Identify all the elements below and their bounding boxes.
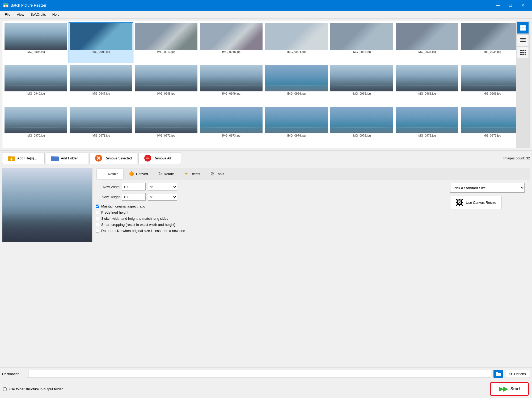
image-thumbnail <box>461 65 523 91</box>
standard-size-select[interactable]: Pick a Standard Size 640x480 800x600 102… <box>450 183 525 193</box>
gear-icon: ⚙ <box>509 372 512 376</box>
image-item[interactable]: IMG_0976.jpg <box>395 106 459 147</box>
image-thumbnail <box>200 65 263 91</box>
add-folder-button[interactable]: Add Folder... <box>46 152 88 164</box>
image-thumbnail <box>135 107 197 133</box>
list-icon[interactable] <box>517 34 529 46</box>
options-button[interactable]: ⚙ Options <box>505 370 530 378</box>
svg-rect-31 <box>496 372 498 373</box>
svg-rect-9 <box>520 41 526 42</box>
no-upscale-checkbox[interactable] <box>96 229 99 232</box>
image-label: IMG_0972.jpg <box>157 134 175 137</box>
image-label: IMG_0948.jpg <box>157 92 175 95</box>
svg-rect-14 <box>522 52 524 53</box>
canvas-resize-button[interactable]: 🖼 Use Canvas Resize <box>450 196 502 209</box>
image-item[interactable]: IMG_0969.jpg <box>460 64 524 105</box>
menu-file[interactable]: File <box>2 11 14 18</box>
grid-large-icon[interactable] <box>517 22 529 34</box>
image-item[interactable]: IMG_0965.jpg <box>329 64 394 105</box>
image-item[interactable]: IMG_0947.jpg <box>69 64 133 105</box>
image-item[interactable]: IMG_0937.jpg <box>395 22 459 63</box>
options-panel: ↔ Resize 🔶 Convert ↻ Rotate ✦ Effects ⚙ <box>92 168 530 365</box>
image-item[interactable]: IMG_0968.jpg <box>395 64 459 105</box>
svg-rect-18 <box>525 54 526 55</box>
image-label: IMG_0976.jpg <box>418 134 436 137</box>
canvas-resize-label: Use Canvas Resize <box>466 201 496 205</box>
maximize-button[interactable]: □ <box>504 0 517 11</box>
smart-crop-checkbox[interactable] <box>96 223 99 226</box>
minimize-button[interactable]: — <box>492 0 504 11</box>
destination-bar: Destination ⚙ Options <box>0 367 532 380</box>
predefined-height-checkbox[interactable] <box>96 211 99 214</box>
close-button[interactable]: ✕ <box>517 0 529 11</box>
width-unit-select[interactable]: % px cm mm <box>148 183 177 190</box>
tab-effects[interactable]: ✦ Effects <box>179 169 205 179</box>
options-label: Options <box>514 372 526 376</box>
tab-tools[interactable]: ⚙ Tools <box>205 169 229 179</box>
image-item[interactable]: IMG_0971.jpg <box>69 106 133 147</box>
image-item[interactable]: IMG_0972.jpg <box>134 106 199 147</box>
image-item[interactable]: IMG_0909.jpg <box>69 22 133 63</box>
image-item[interactable]: IMG_0948.jpg <box>134 64 199 105</box>
grid-small-icon[interactable] <box>517 46 529 58</box>
image-grid: IMG_0908.jpgIMG_0909.jpgIMG_0913.jpgIMG_… <box>2 21 525 148</box>
switch-wh-checkbox[interactable] <box>96 217 99 220</box>
image-item[interactable]: IMG_0974.jpg <box>264 106 329 147</box>
image-item[interactable]: IMG_0970.jpg <box>3 106 68 147</box>
maintain-aspect-row: Maintain original aspect ratio <box>96 204 445 208</box>
width-label: New Width <box>96 185 120 189</box>
add-files-button[interactable]: Add File(s)... <box>2 152 45 164</box>
remove-all-button[interactable]: Remove All <box>138 152 181 164</box>
destination-browse-button[interactable] <box>493 370 503 378</box>
svg-rect-11 <box>522 50 524 51</box>
image-item[interactable]: IMG_0949.jpg <box>199 64 264 105</box>
image-thumbnail <box>70 65 132 91</box>
width-input[interactable] <box>122 183 146 190</box>
image-item[interactable]: IMG_0975.jpg <box>329 106 394 147</box>
image-item[interactable]: IMG_0964.jpg <box>264 64 329 105</box>
image-item[interactable]: IMG_0940.jpg <box>3 64 68 105</box>
image-item[interactable]: IMG_0936.jpg <box>329 22 394 63</box>
tab-convert[interactable]: 🔶 Convert <box>124 169 153 179</box>
toolbar: Add File(s)... Add Folder... Remove Sele… <box>0 150 532 166</box>
convert-tab-label: Convert <box>136 172 148 176</box>
menu-view[interactable]: View <box>14 11 27 18</box>
image-label: IMG_0969.jpg <box>483 92 501 95</box>
image-thumbnail <box>5 23 67 50</box>
smart-crop-row: Smart cropping (result in exact width an… <box>96 223 445 227</box>
image-thumbnail <box>265 65 328 91</box>
image-item[interactable]: IMG_0918.jpg <box>199 22 264 63</box>
resize-tab-label: Resize <box>108 172 119 176</box>
image-item[interactable]: IMG_0973.jpg <box>199 106 264 147</box>
image-item[interactable]: IMG_0924.jpg <box>264 22 329 63</box>
menu-softorbits[interactable]: SoftOrbits <box>27 11 49 18</box>
maintain-aspect-label: Maintain original aspect ratio <box>101 204 145 208</box>
destination-input[interactable] <box>28 370 491 378</box>
height-label: New Height <box>96 195 120 199</box>
folder-structure-checkbox[interactable] <box>3 387 7 391</box>
tab-rotate[interactable]: ↻ Rotate <box>153 169 179 179</box>
maintain-aspect-checkbox[interactable] <box>96 205 99 208</box>
bottom-section: ↔ Resize 🔶 Convert ↻ Rotate ✦ Effects ⚙ <box>0 166 532 367</box>
menu-help[interactable]: Help <box>49 11 63 18</box>
image-thumbnail <box>330 107 393 133</box>
image-item[interactable]: IMG_0908.jpg <box>3 22 68 63</box>
effects-tab-label: Effects <box>190 172 200 176</box>
image-item[interactable]: IMG_0977.jpg <box>460 106 524 147</box>
start-button[interactable]: ▶▶ Start <box>490 382 529 396</box>
svg-rect-8 <box>520 40 526 40</box>
rotate-tab-icon: ↻ <box>158 171 162 177</box>
height-input[interactable] <box>122 193 146 201</box>
remove-selected-button[interactable]: Remove Selected <box>89 152 137 164</box>
switch-wh-row: Switch width and height to match long si… <box>96 217 445 221</box>
folder-structure-label: Use folder structure in output folder <box>9 387 63 391</box>
tab-resize[interactable]: ↔ Resize <box>97 169 123 179</box>
right-panel <box>516 21 530 148</box>
image-item[interactable]: IMG_0913.jpg <box>134 22 199 63</box>
image-thumbnail <box>265 23 328 50</box>
image-item[interactable]: IMG_0938.jpg <box>460 22 524 63</box>
image-label: IMG_0924.jpg <box>287 50 306 53</box>
height-unit-select[interactable]: % px cm mm <box>148 193 177 201</box>
start-icon: ▶▶ <box>499 386 508 392</box>
images-count: Images count: 32 <box>503 156 530 160</box>
